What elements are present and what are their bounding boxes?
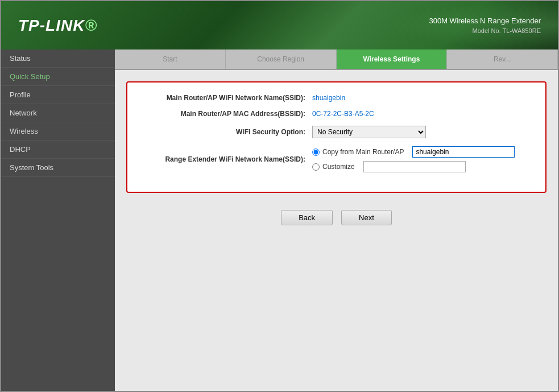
tab-review[interactable]: Rev...	[447, 49, 558, 69]
copy-radio-item[interactable]: Copy from Main Router/AP	[312, 146, 515, 158]
logo-trademark: ®	[85, 16, 97, 34]
sidebar-item-quick-setup[interactable]: Quick Setup	[1, 68, 115, 86]
tab-bar: Start Choose Region Wireless Settings Re…	[115, 49, 558, 70]
customize-label: Customize	[322, 163, 355, 171]
product-name: 300M Wireless N Range Extender	[429, 15, 541, 27]
bssid-label: Main Router/AP MAC Address(BSSID):	[136, 110, 312, 118]
tab-wireless-settings[interactable]: Wireless Settings	[337, 49, 448, 69]
model-number: Model No. TL-WA850RE	[429, 26, 541, 36]
brand-info: 300M Wireless N Range Extender Model No.…	[429, 15, 541, 36]
sidebar-item-wireless[interactable]: Wireless	[1, 122, 115, 141]
security-select[interactable]: No Security WPA/WPA2 Personal WEP	[312, 126, 426, 138]
tab-choose-region[interactable]: Choose Region	[226, 49, 337, 69]
header: TP-LINK® 300M Wireless N Range Extender …	[1, 1, 558, 49]
button-row: Back Next	[126, 204, 546, 231]
bssid-value: 0C-72-2C-B3-A5-2C	[312, 110, 374, 118]
copy-radio[interactable]	[312, 148, 320, 156]
form-area: Main Router/AP WiFi Network Name(SSID): …	[115, 70, 558, 242]
content-area: Start Choose Region Wireless Settings Re…	[115, 49, 558, 391]
ssid-row: Main Router/AP WiFi Network Name(SSID): …	[136, 94, 537, 102]
next-button[interactable]: Next	[341, 210, 392, 225]
range-extender-ssid-row: Range Extender WiFi Network Name(SSID): …	[136, 146, 537, 172]
back-button[interactable]: Back	[281, 210, 333, 225]
main-layout: Status Quick Setup Profile Network Wirel…	[1, 49, 558, 391]
sidebar-item-network[interactable]: Network	[1, 104, 115, 122]
sidebar-item-status[interactable]: Status	[1, 49, 115, 68]
ssid-value: shuaigebin	[312, 94, 345, 102]
customize-radio-item[interactable]: Customize	[312, 161, 515, 172]
sidebar-item-dhcp[interactable]: DHCP	[1, 141, 115, 159]
tab-start[interactable]: Start	[115, 49, 226, 69]
sidebar-item-system-tools[interactable]: System Tools	[1, 159, 115, 177]
sidebar-item-profile[interactable]: Profile	[1, 86, 115, 104]
customize-radio[interactable]	[312, 163, 320, 171]
range-ssid-label: Range Extender WiFi Network Name(SSID):	[136, 155, 312, 163]
copy-ssid-input[interactable]	[412, 146, 515, 158]
settings-form-box: Main Router/AP WiFi Network Name(SSID): …	[126, 81, 546, 193]
sidebar: Status Quick Setup Profile Network Wirel…	[1, 49, 115, 391]
logo: TP-LINK®	[18, 16, 97, 35]
bssid-row: Main Router/AP MAC Address(BSSID): 0C-72…	[136, 110, 537, 118]
security-row: WiFi Security Option: No Security WPA/WP…	[136, 126, 537, 138]
ssid-radio-group: Copy from Main Router/AP Customize	[312, 146, 515, 172]
customize-ssid-input[interactable]	[363, 161, 466, 172]
copy-label: Copy from Main Router/AP	[322, 148, 404, 156]
ssid-label: Main Router/AP WiFi Network Name(SSID):	[136, 94, 312, 102]
security-label: WiFi Security Option:	[136, 128, 312, 136]
